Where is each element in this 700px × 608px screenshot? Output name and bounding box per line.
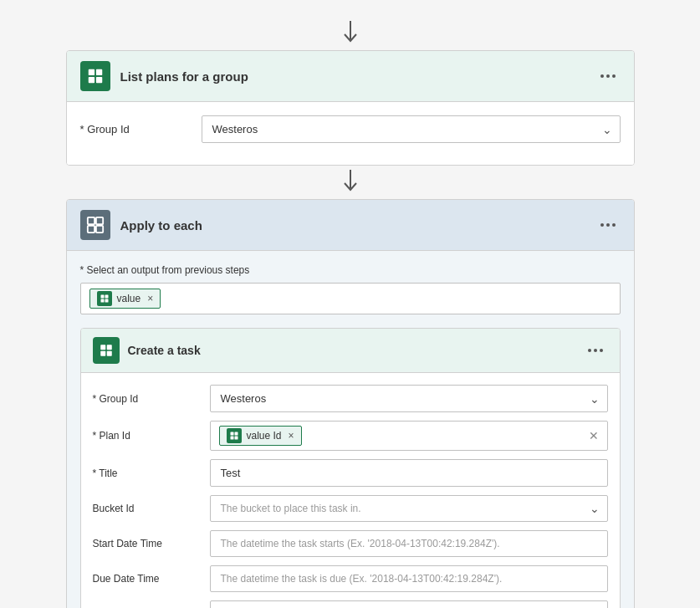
- start-date-label: Start Date Time: [93, 538, 210, 549]
- assigned-user-input[interactable]: Semi-colon seperated ids or email addres…: [210, 600, 608, 608]
- start-date-wrapper: The datetime the task starts (Ex. '2018-…: [210, 530, 608, 557]
- dot1: [600, 74, 604, 78]
- plan-id-tag: value Id ×: [219, 426, 302, 446]
- create-task-header: Create a task: [81, 329, 620, 373]
- assigned-user-wrapper: Semi-colon seperated ids or email addres…: [210, 600, 608, 608]
- apply-tag-input[interactable]: value ×: [80, 283, 621, 314]
- tag-label: value: [117, 293, 141, 304]
- svg-rect-17: [106, 351, 111, 356]
- bucket-id-label: Bucket Id: [93, 503, 210, 514]
- list-plans-card-header: List plans for a group: [67, 51, 634, 102]
- title-input[interactable]: Test: [210, 459, 608, 487]
- due-date-row: Due Date Time The datetime the task is d…: [93, 565, 608, 592]
- svg-rect-2: [95, 69, 101, 75]
- tag-close-button[interactable]: ×: [147, 293, 153, 304]
- apply-body: * Select an output from previous steps v…: [67, 251, 634, 608]
- svg-rect-19: [234, 432, 238, 436]
- apply-icon: [80, 210, 110, 240]
- create-task-icon: [93, 337, 120, 364]
- apply-dots-menu[interactable]: [595, 220, 621, 230]
- nested-group-id-row: Group Id Westeros ⌄: [93, 385, 608, 412]
- create-task-card: Create a task Group Id Westeros: [80, 328, 621, 608]
- dot3: [600, 349, 603, 352]
- svg-rect-9: [95, 226, 102, 232]
- dot2: [606, 74, 610, 78]
- svg-rect-12: [100, 299, 104, 303]
- svg-rect-18: [230, 432, 233, 436]
- nested-group-id-select[interactable]: Westeros: [210, 385, 608, 412]
- plan-id-tag-input[interactable]: value Id × ✕: [210, 421, 608, 451]
- dot1: [600, 223, 604, 227]
- svg-rect-16: [100, 351, 105, 356]
- apply-to-each-header: Apply to each: [67, 200, 634, 251]
- due-date-input[interactable]: The datetime the task is due (Ex. '2018-…: [210, 565, 608, 592]
- bucket-id-select-wrapper: The bucket to place this task in. ⌄: [210, 495, 608, 522]
- group-id-input-wrapper: Westeros ⌄: [202, 115, 621, 143]
- bucket-id-select[interactable]: The bucket to place this task in.: [210, 495, 608, 522]
- group-id-row: Group Id Westeros ⌄: [80, 115, 621, 143]
- svg-rect-7: [95, 217, 102, 224]
- dot3: [612, 223, 616, 227]
- svg-rect-21: [234, 437, 238, 440]
- list-plans-header-left: List plans for a group: [80, 61, 248, 91]
- svg-rect-1: [88, 69, 94, 75]
- top-arrow: [340, 17, 360, 50]
- bucket-id-row: Bucket Id The bucket to place this task …: [93, 495, 608, 522]
- list-plans-card-body: Group Id Westeros ⌄: [67, 102, 634, 165]
- create-task-body: Group Id Westeros ⌄ Plan Id: [81, 373, 620, 608]
- apply-to-each-card: Apply to each * Select an output from pr…: [66, 199, 635, 608]
- group-id-label: Group Id: [80, 123, 202, 135]
- create-task-title: Create a task: [128, 344, 201, 357]
- group-id-select[interactable]: Westeros: [202, 115, 621, 143]
- nested-group-id-label: Group Id: [93, 393, 210, 405]
- dot2: [606, 223, 610, 227]
- group-id-select-wrapper: Westeros ⌄: [202, 115, 621, 143]
- bucket-id-wrapper: The bucket to place this task in. ⌄: [210, 495, 608, 522]
- apply-title: Apply to each: [120, 218, 202, 232]
- list-plans-card: List plans for a group Group Id Westeros…: [66, 50, 635, 166]
- dot2: [594, 349, 597, 352]
- svg-rect-13: [105, 299, 108, 303]
- svg-rect-4: [95, 77, 101, 83]
- value-tag: value ×: [89, 289, 161, 309]
- apply-select-label: * Select an output from previous steps: [80, 264, 621, 276]
- svg-rect-11: [105, 295, 108, 299]
- tag-icon: [97, 291, 112, 306]
- svg-rect-15: [106, 345, 111, 350]
- middle-arrow: [340, 166, 360, 199]
- create-task-dots-menu[interactable]: [583, 345, 608, 355]
- svg-rect-6: [87, 217, 94, 224]
- plan-id-label: Plan Id: [93, 430, 210, 442]
- list-plans-dots-menu[interactable]: [595, 71, 621, 81]
- svg-rect-20: [230, 437, 233, 440]
- nested-group-id-select-wrapper: Westeros ⌄: [210, 385, 608, 412]
- plan-id-row: Plan Id: [93, 421, 608, 451]
- plan-id-clear-button[interactable]: ✕: [589, 429, 599, 442]
- create-task-header-left: Create a task: [93, 337, 201, 364]
- title-label: Title: [93, 467, 210, 479]
- list-plans-title: List plans for a group: [120, 69, 248, 84]
- svg-rect-10: [100, 295, 104, 299]
- dot3: [612, 74, 616, 78]
- plan-id-tag-icon: [227, 428, 242, 443]
- due-date-label: Due Date Time: [93, 573, 210, 585]
- dot1: [588, 349, 591, 352]
- svg-rect-3: [88, 77, 94, 83]
- list-plans-icon: [80, 61, 110, 91]
- start-date-row: Start Date Time The datetime the task st…: [93, 530, 608, 557]
- title-row: Title Test: [93, 459, 608, 487]
- due-date-wrapper: The datetime the task is due (Ex. '2018-…: [210, 565, 608, 592]
- plan-id-tag-close[interactable]: ×: [289, 430, 294, 442]
- apply-header-left: Apply to each: [80, 210, 202, 240]
- assigned-user-row: Assigned User Ids Semi-colon seperated i…: [93, 600, 608, 608]
- plan-id-tag-label: value Id: [247, 430, 282, 442]
- start-date-input[interactable]: The datetime the task starts (Ex. '2018-…: [210, 530, 608, 557]
- title-input-wrapper: Test: [210, 459, 608, 487]
- svg-rect-8: [87, 226, 94, 232]
- svg-rect-14: [100, 345, 105, 350]
- flow-container: List plans for a group Group Id Westeros…: [17, 17, 683, 608]
- plan-id-wrapper: value Id × ✕: [210, 421, 608, 451]
- nested-group-id-wrapper: Westeros ⌄: [210, 385, 608, 412]
